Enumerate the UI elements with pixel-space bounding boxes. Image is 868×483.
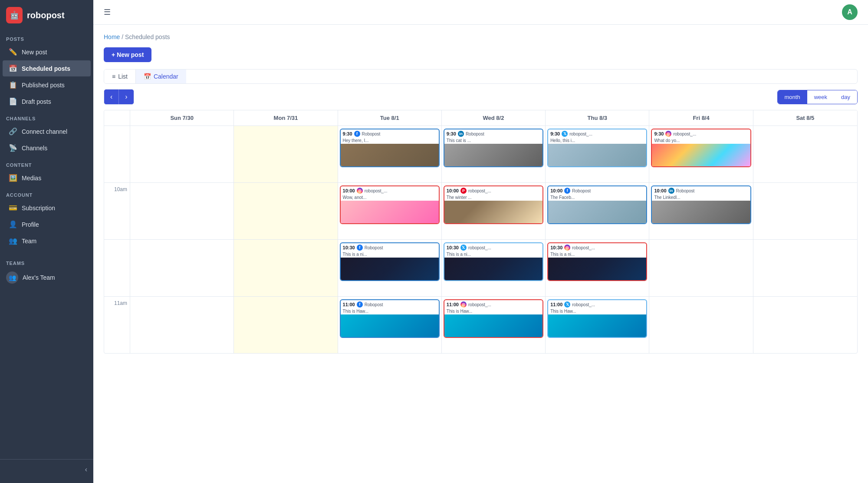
sidebar: 🤖 robopost POSTS ✏️ New post 📅 Scheduled… [0, 0, 93, 483]
sidebar-item-connect-channel[interactable]: 🔗 Connect channel [3, 123, 91, 139]
post-text: This is Haw... [444, 309, 542, 314]
logo-text: robopost [27, 10, 65, 20]
post-account: robopost_... [569, 132, 592, 136]
post-image [341, 314, 439, 337]
post-card[interactable]: 10:00 in Robopost The Linkedl... [651, 185, 751, 224]
post-image [548, 258, 646, 280]
sidebar-item-draft-posts[interactable]: 📄 Draft posts [3, 93, 91, 109]
post-card[interactable]: 9:30 in Robopost This cat is ... [444, 129, 543, 167]
topbar-left: ☰ [104, 7, 111, 17]
post-image [444, 314, 542, 337]
sidebar-item-new-post[interactable]: ✏️ New post [3, 44, 91, 60]
mon-11am-cell [234, 297, 338, 353]
post-time: 9:30 [654, 131, 664, 136]
post-header: 10:30 𝕏 robopost_... [444, 243, 542, 252]
post-card[interactable]: 10:30 f Robopost This is a ni... [340, 242, 440, 281]
breadcrumb-current: Scheduled posts [125, 33, 170, 40]
post-time: 10:00 [654, 188, 666, 193]
post-card[interactable]: 11:00 f Robopost This is Haw... [340, 299, 440, 338]
month-view-button[interactable]: month [778, 90, 807, 104]
post-header: 11:00 ◎ robopost_... [444, 300, 542, 309]
post-card[interactable]: 10:00 f Robopost The Faceb... [547, 185, 647, 224]
post-header: 10:30 ◎ robopost_... [548, 243, 646, 252]
post-header: 10:30 f Robopost [341, 243, 439, 252]
thu-1030-cell: 10:30 ◎ robopost_... This is a ni... [546, 240, 649, 296]
sidebar-item-profile[interactable]: 👤 Profile [3, 216, 91, 232]
logo[interactable]: 🤖 robopost [0, 0, 93, 30]
post-account: robopost_... [468, 302, 491, 307]
user-avatar[interactable]: A [842, 4, 858, 20]
post-image [548, 201, 646, 223]
sidebar-item-published-posts[interactable]: 📋 Published posts [3, 77, 91, 93]
sidebar-section-teams: TEAMS 👥 Alex's Team [0, 255, 93, 288]
calendar-tab-label: Calendar [154, 73, 178, 80]
post-header: 11:00 𝕏 robopost_... [548, 300, 646, 309]
week-view-button[interactable]: week [807, 90, 834, 104]
post-card[interactable]: 9:30 f Robopost Hey there, I... [340, 129, 440, 167]
sidebar-item-team[interactable]: 👥 Team [3, 233, 91, 249]
view-toggle: month week day [777, 90, 858, 104]
sidebar-item-channels[interactable]: 📡 Channels [3, 140, 91, 156]
sidebar-item-medias[interactable]: 🖼️ Medias [3, 170, 91, 186]
post-image [341, 144, 439, 166]
post-card[interactable]: 10:30 𝕏 robopost_... This is a ni... [444, 242, 543, 281]
sidebar-item-scheduled-posts[interactable]: 📅 Scheduled posts [3, 60, 91, 76]
time-1030 [104, 240, 130, 296]
breadcrumb-home[interactable]: Home [104, 33, 120, 40]
new-post-button[interactable]: + New post [104, 47, 151, 62]
twitter-icon: 𝕏 [460, 245, 467, 251]
day-view-button[interactable]: day [834, 90, 857, 104]
post-card[interactable]: 11:00 𝕏 robopost_... This is Haw... [547, 299, 647, 338]
post-card[interactable]: 10:30 ◎ robopost_... This is a ni... [547, 242, 647, 281]
hamburger-icon[interactable]: ☰ [104, 7, 111, 17]
post-image [341, 201, 439, 223]
sidebar-bottom: ‹ [0, 459, 93, 476]
post-time: 11:00 [343, 302, 355, 307]
sun-930-cell [130, 126, 234, 182]
thu-header: Thu 8/3 [546, 110, 649, 126]
sidebar-item-alexs-team[interactable]: 👥 Alex's Team [0, 268, 93, 288]
facebook-icon: f [357, 245, 363, 251]
calendar-header: Sun 7/30 Mon 7/31 Tue 8/1 Wed 8/2 Thu 8/… [104, 110, 857, 126]
time-10am: 10am [104, 183, 130, 239]
post-card[interactable]: 9:30 𝕏 robopost_... Hello, this i... [547, 129, 647, 167]
section-posts-label: POSTS [0, 30, 93, 43]
facebook-icon: f [354, 131, 360, 137]
post-card[interactable]: 9:30 ◎ robopost_... What do yo... [651, 129, 751, 167]
content-area: Home / Scheduled posts + New post ≡ List… [93, 25, 868, 483]
post-account: robopost_... [673, 132, 696, 136]
post-account: robopost_... [468, 189, 491, 193]
post-text: This is a ni... [341, 252, 439, 258]
instagram-icon: ◎ [357, 188, 363, 194]
sun-10am-cell [130, 183, 234, 239]
sidebar-section-posts: POSTS ✏️ New post 📅 Scheduled posts 📋 Pu… [0, 30, 93, 110]
wed-11am-cell: 11:00 ◎ robopost_... This is Haw... [442, 297, 546, 353]
collapse-sidebar-button[interactable]: ‹ [0, 463, 93, 476]
prev-button[interactable]: ‹ [104, 89, 119, 104]
post-card[interactable]: 11:00 ◎ robopost_... This is Haw... [444, 299, 543, 338]
tab-list[interactable]: ≡ List [104, 69, 136, 83]
post-card[interactable]: 10:00 ◎ robopost_... Wow, anot... [340, 185, 440, 224]
fri-10am-cell: 10:00 in Robopost The Linkedl... [649, 183, 753, 239]
tab-calendar[interactable]: 📅 Calendar [136, 69, 186, 83]
post-header: 10:00 f Robopost [548, 186, 646, 195]
post-card[interactable]: 10:00 P robopost_... The winter ... [444, 185, 543, 224]
sidebar-item-subscription[interactable]: 💳 Subscription [3, 200, 91, 216]
instagram-icon: ◎ [460, 301, 467, 308]
post-text: This is a ni... [548, 252, 646, 258]
wed-930-cell: 9:30 in Robopost This cat is ... [442, 126, 546, 182]
post-text: Wow, anot... [341, 195, 439, 201]
post-text: What do yo... [652, 138, 750, 144]
post-text: This cat is ... [444, 138, 542, 144]
post-time: 10:30 [343, 245, 355, 250]
post-text: Hey there, I... [341, 138, 439, 144]
breadcrumb: Home / Scheduled posts [104, 33, 858, 40]
toolbar: + New post [104, 47, 858, 62]
tue-header: Tue 8/1 [338, 110, 442, 126]
twitter-icon: 𝕏 [562, 131, 568, 137]
linkedin-icon: in [458, 131, 464, 137]
topbar: ☰ A [93, 0, 868, 25]
next-button[interactable]: › [119, 89, 133, 104]
subscription-icon: 💳 [9, 204, 17, 212]
time-header [104, 110, 130, 126]
